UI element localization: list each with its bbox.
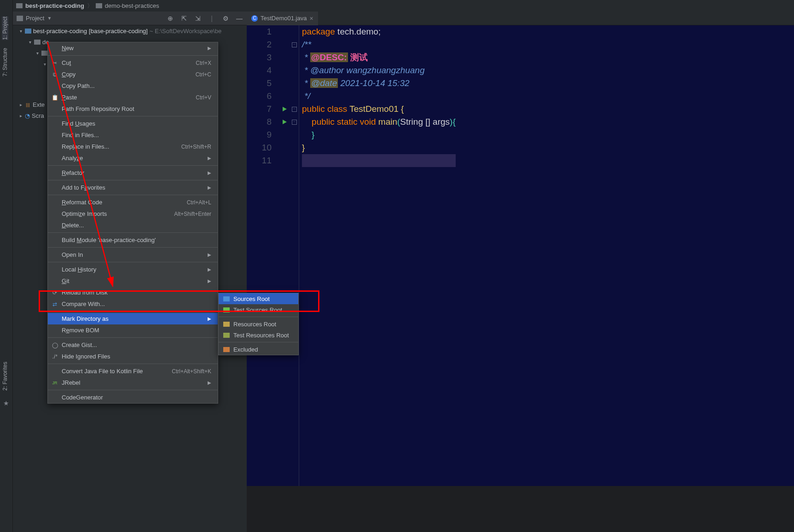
ctx-new[interactable]: New▶ — [48, 42, 218, 54]
breadcrumb-root[interactable]: best-practice-coding — [25, 2, 84, 9]
run-icon[interactable] — [283, 120, 287, 124]
ctx-copy-path[interactable]: Copy Path... — [48, 80, 218, 92]
editor-tabbar: C TestDemo01.java × — [247, 12, 794, 25]
reload-icon: ⟳ — [51, 289, 58, 296]
folder-icon — [223, 347, 230, 352]
project-panel-header: Project ▼ ⊕ ⇱ ⇲ | ⚙ — — [13, 12, 247, 25]
ctx-build-module[interactable]: Build Module 'base-practice-coding' — [48, 234, 218, 246]
ctx-convert-kotlin[interactable]: Convert Java File to Kotlin FileCtrl+Alt… — [48, 365, 218, 377]
expand-icon[interactable]: ▾ — [35, 51, 40, 56]
gear-icon[interactable]: ⚙ — [222, 15, 229, 22]
mark-directory-submenu: Sources Root Test Sources Root Resources… — [218, 293, 299, 355]
scissors-icon: ✂ — [51, 59, 58, 67]
sub-resources-root[interactable]: Resources Root — [219, 318, 298, 330]
folder-icon — [223, 296, 230, 301]
ctx-open-in[interactable]: Open In▶ — [48, 249, 218, 260]
ctx-remove-bom[interactable]: Remove BOM — [48, 324, 218, 336]
expand-icon[interactable]: ▾ — [28, 40, 32, 45]
expand-icon[interactable]: ▾ — [18, 29, 23, 34]
expand-icon[interactable]: ▸ — [18, 102, 23, 107]
expand-all-icon[interactable]: ⇱ — [180, 15, 188, 22]
paste-icon: 📋 — [51, 94, 58, 101]
fold-icon[interactable]: − — [292, 42, 297, 47]
scratch-icon: ◔ — [25, 112, 30, 119]
ctx-analyze[interactable]: Analyze▶ — [48, 152, 218, 164]
ctx-create-gist[interactable]: ◯Create Gist... — [48, 339, 218, 351]
ctx-compare[interactable]: ⇄Compare With... — [48, 298, 218, 310]
fold-icon[interactable]: − — [292, 107, 297, 112]
ctx-delete[interactable]: Delete... — [48, 220, 218, 231]
ctx-copy[interactable]: ⧉CopyCtrl+C — [48, 69, 218, 80]
star-icon: ★ — [3, 399, 9, 407]
close-icon[interactable]: × — [309, 15, 313, 22]
project-icon — [17, 16, 23, 21]
left-tool-stripe: 1: Project 7: Structure 2: Favorites ★ — [0, 0, 13, 532]
code-area[interactable]: package tech.demo; /** * @DESC: 测试 * @au… — [299, 25, 456, 486]
fold-icon[interactable]: − — [292, 120, 297, 125]
expand-icon[interactable]: ▾ — [42, 62, 47, 67]
ctx-hide-ignored[interactable]: .i*Hide Ignored Files — [48, 351, 218, 362]
folder-icon — [41, 51, 48, 56]
ctx-refactor[interactable]: Refactor▶ — [48, 167, 218, 179]
folder-icon — [223, 307, 230, 312]
ctx-path-repo[interactable]: Path From Repository Root — [48, 103, 218, 115]
ctx-mark-directory[interactable]: Mark Directory as▶ — [48, 313, 218, 324]
tree-row-root[interactable]: ▾ best-practice-coding [base-practice-co… — [13, 25, 247, 36]
context-menu: New▶ ✂CutCtrl+X ⧉CopyCtrl+C Copy Path...… — [47, 42, 218, 404]
ctx-optimize-imports[interactable]: Optimize ImportsAlt+Shift+Enter — [48, 208, 218, 220]
sub-sources-root[interactable]: Sources Root — [219, 293, 298, 304]
ctx-paste[interactable]: 📋PasteCtrl+V — [48, 92, 218, 103]
line-number-gutter: 123 456 789 1011 — [247, 25, 279, 486]
github-icon: ◯ — [51, 341, 58, 349]
folder-icon — [34, 40, 41, 45]
hide-panel-icon[interactable]: — — [236, 15, 243, 22]
ctx-reload[interactable]: ⟳Reload from Disk — [48, 287, 218, 298]
ctx-find-usages[interactable]: Find Usages — [48, 118, 218, 129]
ctx-reformat[interactable]: Reformat CodeCtrl+Alt+L — [48, 197, 218, 208]
breadcrumb: best-practice-coding 〉 demo-best-practic… — [0, 0, 794, 12]
ctx-replace-files[interactable]: Replace in Files...Ctrl+Shift+R — [48, 141, 218, 152]
ctx-codegenerator[interactable]: CodeGenerator — [48, 392, 218, 403]
folder-icon — [16, 3, 23, 8]
sub-test-resources-root[interactable]: Test Resources Root — [219, 330, 298, 341]
project-panel-title[interactable]: Project — [26, 15, 44, 22]
divider: | — [208, 15, 215, 22]
filter-icon: .i* — [51, 353, 58, 360]
collapse-all-icon[interactable]: ⇲ — [194, 15, 202, 22]
ctx-cut[interactable]: ✂CutCtrl+X — [48, 57, 218, 69]
fold-gutter: − − − — [290, 25, 299, 486]
ctx-find-files[interactable]: Find in Files... — [48, 129, 218, 141]
sub-excluded[interactable]: Excluded — [219, 344, 298, 355]
toolstripe-structure[interactable]: 7: Structure — [2, 48, 8, 76]
locate-icon[interactable]: ⊕ — [167, 15, 174, 22]
libraries-icon: ⫼ — [25, 101, 31, 108]
toolstripe-favorites[interactable]: 2: Favorites — [2, 362, 8, 391]
dropdown-icon[interactable]: ▼ — [47, 16, 52, 21]
chevron-right-icon: 〉 — [87, 2, 93, 10]
run-icon[interactable] — [283, 107, 287, 111]
diff-icon: ⇄ — [51, 301, 58, 308]
module-icon — [25, 29, 31, 34]
ctx-add-favorites[interactable]: Add to Favorites▶ — [48, 182, 218, 193]
sub-test-sources-root[interactable]: Test Sources Root — [219, 304, 298, 315]
folder-icon — [223, 333, 230, 338]
toolstripe-project[interactable]: 1: Project — [2, 17, 8, 40]
tab-label: TestDemo01.java — [261, 15, 307, 22]
java-class-icon: C — [251, 15, 258, 22]
code-editor[interactable]: 123 456 789 1011 − − − package tech.demo… — [247, 25, 794, 486]
jrebel-icon: JR — [51, 379, 58, 387]
ctx-git[interactable]: Git▶ — [48, 275, 218, 287]
editor-tab[interactable]: C TestDemo01.java × — [247, 12, 318, 25]
folder-icon — [223, 322, 230, 327]
ctx-local-history[interactable]: Local History▶ — [48, 264, 218, 275]
folder-icon — [96, 3, 102, 8]
expand-icon[interactable]: ▸ — [18, 113, 23, 118]
ctx-jrebel[interactable]: JRJRebel▶ — [48, 377, 218, 388]
breadcrumb-leaf[interactable]: demo-best-practices — [105, 2, 159, 9]
copy-icon: ⧉ — [51, 71, 58, 78]
run-gutter — [279, 25, 290, 486]
